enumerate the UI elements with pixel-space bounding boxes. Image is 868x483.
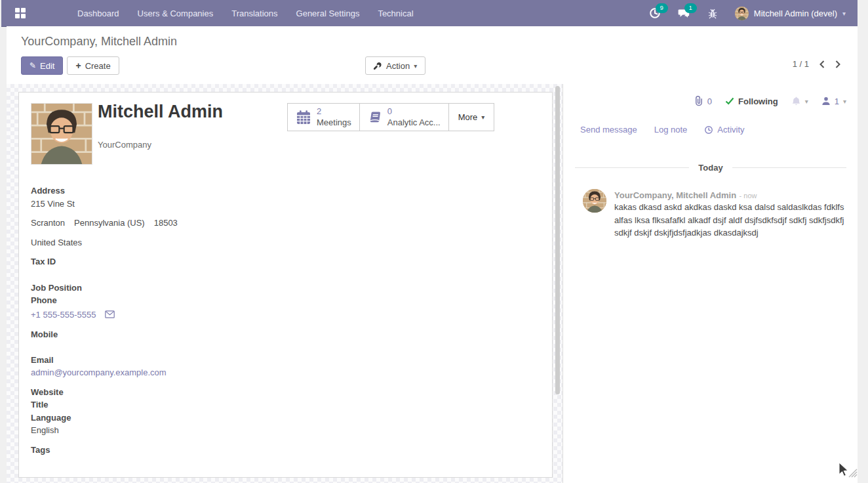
bug-icon xyxy=(707,8,718,19)
city-line: ScrantonPennsylvania (US)18503 xyxy=(31,218,178,228)
app-window: Dashboard Users & Companies Translations… xyxy=(1,0,858,483)
send-message-button[interactable]: Send message xyxy=(580,125,637,135)
email-row: admin@yourcompany.example.com xyxy=(31,368,167,377)
analytic-label: Analytic Acc... xyxy=(387,117,441,128)
form-view: Mitchell Admin YourCompany xyxy=(7,84,562,483)
check-icon xyxy=(725,97,734,105)
menu-translations[interactable]: Translations xyxy=(231,9,277,18)
address-label: Address xyxy=(31,186,65,196)
analytic-accounts-stat-button[interactable]: 0 Analytic Acc... xyxy=(360,104,449,131)
edit-label: Edit xyxy=(40,61,54,71)
mobile-label: Mobile xyxy=(31,329,58,339)
breadcrumb: YourCompany, Mitchell Admin xyxy=(21,35,177,49)
chatter-message: YourCompany, Mitchell Admin - now kakas … xyxy=(583,189,848,240)
window-gutter xyxy=(858,0,868,483)
menu-technical[interactable]: Technical xyxy=(378,9,413,18)
more-dropdown-button[interactable]: More ▾ xyxy=(449,104,494,131)
following-label: Following xyxy=(738,96,778,106)
messages-button[interactable]: 1 xyxy=(677,7,690,20)
meetings-stat-button[interactable]: 2 Meetings xyxy=(288,104,360,131)
chatter-actions: Send message Log note Activity xyxy=(580,125,745,135)
tags-label: Tags xyxy=(31,445,50,455)
language-label: Language xyxy=(31,413,71,423)
title-label: Title xyxy=(31,400,49,410)
vertical-scrollbar[interactable] xyxy=(555,86,560,394)
message-body: kakas dkasd askd akdkas daskd ksa dalsd … xyxy=(614,201,848,240)
email-link[interactable]: admin@yourcompany.example.com xyxy=(31,368,167,377)
message-avatar xyxy=(583,189,606,213)
subscription-bell-button[interactable]: ▾ xyxy=(791,96,808,106)
chatter-panel: 0 Following ▾ xyxy=(562,84,858,483)
follower-person-icon xyxy=(821,96,831,106)
phone-label: Phone xyxy=(31,295,57,305)
contact-company[interactable]: YourCompany xyxy=(98,140,151,150)
today-label: Today xyxy=(698,163,722,173)
systray: 9 1 xyxy=(648,7,858,20)
edit-button[interactable]: ✎ Edit xyxy=(21,56,63,75)
activities-button[interactable]: 9 xyxy=(648,7,661,20)
cp-buttons: ✎ Edit + Create xyxy=(21,56,119,75)
debug-button[interactable] xyxy=(706,7,719,20)
main-content: Mitchell Admin YourCompany xyxy=(7,84,858,483)
more-label: More xyxy=(458,112,478,122)
pager-previous-icon[interactable] xyxy=(819,60,825,68)
language-value: English xyxy=(31,425,59,435)
paperclip-icon xyxy=(694,96,703,106)
chevron-down-icon: ▾ xyxy=(414,62,417,70)
apps-menu-icon[interactable] xyxy=(12,5,29,22)
pencil-icon: ✎ xyxy=(30,61,36,70)
tax-id-label: Tax ID xyxy=(31,257,56,266)
activity-label: Activity xyxy=(717,125,744,135)
menu-users-companies[interactable]: Users & Companies xyxy=(138,9,214,18)
meetings-label: Meetings xyxy=(317,117,351,128)
stat-buttons: 2 Meetings xyxy=(287,103,494,131)
attachment-count: 0 xyxy=(707,96,712,106)
user-menu[interactable]: Mitchell Admin (devel) ▾ xyxy=(735,7,846,20)
menu-dashboard[interactable]: Dashboard xyxy=(77,9,119,18)
top-navbar: Dashboard Users & Companies Translations… xyxy=(1,0,858,27)
chatter-topbar: 0 Following ▾ xyxy=(694,96,846,106)
control-panel: YourCompany, Mitchell Admin ✎ Edit + Cre… xyxy=(7,26,858,85)
state-value: Pennsylvania (US) xyxy=(74,218,145,228)
create-button[interactable]: + Create xyxy=(67,56,119,75)
menu-general-settings[interactable]: General Settings xyxy=(296,9,360,18)
messages-badge: 1 xyxy=(684,3,697,13)
pager-next-icon[interactable] xyxy=(835,60,840,68)
meetings-count: 2 xyxy=(317,106,351,117)
calendar-icon xyxy=(296,110,311,125)
resize-grip[interactable] xyxy=(846,467,858,480)
attachments-button[interactable]: 0 xyxy=(694,96,712,106)
activity-clock-icon xyxy=(704,125,713,135)
contact-name: Mitchell Admin xyxy=(98,102,223,122)
following-button[interactable]: Following xyxy=(725,96,778,106)
follower-count: 1 xyxy=(835,96,839,106)
chevron-down-icon: ▾ xyxy=(842,10,846,17)
message-author[interactable]: YourCompany, Mitchell Admin xyxy=(614,190,736,200)
phone-link[interactable]: +1 555-555-5555 xyxy=(31,310,96,320)
log-note-button[interactable]: Log note xyxy=(654,125,688,135)
activities-badge: 9 xyxy=(656,3,668,13)
email-label: Email xyxy=(31,355,54,365)
website-label: Website xyxy=(31,387,64,397)
today-divider: Today xyxy=(575,163,846,173)
schedule-activity-button[interactable]: Activity xyxy=(704,125,744,135)
street-value: 215 Vine St xyxy=(31,199,75,209)
user-avatar xyxy=(735,7,749,20)
user-name: Mitchell Admin (devel) xyxy=(754,9,837,18)
action-label: Action xyxy=(386,61,410,71)
sms-envelope-icon[interactable] xyxy=(105,310,115,318)
chevron-down-icon: ▾ xyxy=(805,98,808,105)
chevron-down-icon: ▾ xyxy=(843,98,846,105)
main-menu: Dashboard Users & Companies Translations… xyxy=(77,9,414,18)
zip-value: 18503 xyxy=(154,218,178,228)
message-timestamp: - now xyxy=(740,192,757,200)
screen: Dashboard Users & Companies Translations… xyxy=(0,0,868,483)
contact-photo xyxy=(31,103,92,165)
book-icon xyxy=(368,110,382,125)
followers-button[interactable]: 1 ▾ xyxy=(821,96,846,106)
phone-row: +1 555-555-5555 xyxy=(31,310,115,320)
pager-value[interactable]: 1 / 1 xyxy=(793,59,809,69)
job-position-label: Job Position xyxy=(31,283,82,293)
pager: 1 / 1 xyxy=(793,59,840,69)
action-dropdown-button[interactable]: Action ▾ xyxy=(365,56,425,75)
